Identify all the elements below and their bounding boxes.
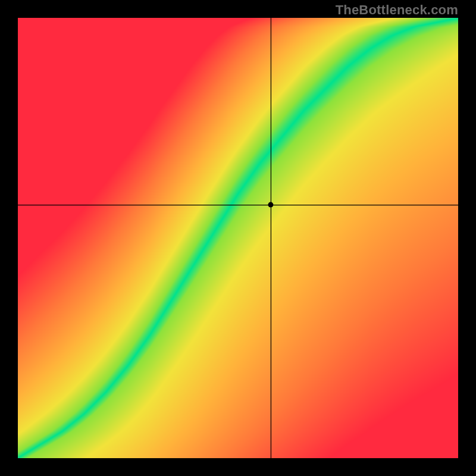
heatmap-plot <box>18 18 458 458</box>
watermark-text: TheBottleneck.com <box>336 2 458 18</box>
chart-frame: TheBottleneck.com <box>0 0 476 476</box>
heatmap-canvas <box>18 18 458 458</box>
